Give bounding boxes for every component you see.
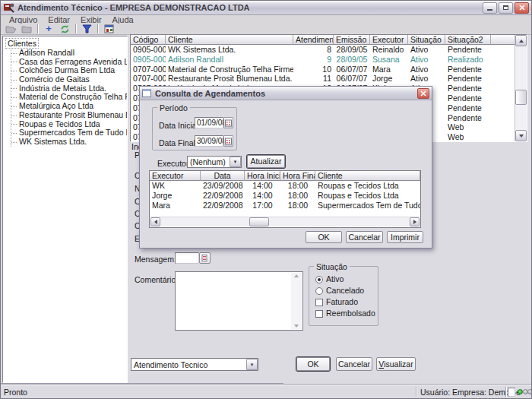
- textarea-scrollbar[interactable]: [291, 273, 302, 329]
- column-header-situacao2[interactable]: Situação2: [445, 35, 491, 45]
- cell-situacao2: Pendente: [445, 113, 491, 123]
- column-header-data[interactable]: Data: [201, 171, 245, 181]
- column-header-codigo[interactable]: Código: [131, 35, 166, 45]
- dialog-title: Consulta de Agendamentos: [155, 89, 417, 98]
- cell-data: 22/09/2008: [201, 201, 245, 211]
- toolbar-separator: [37, 24, 38, 33]
- status-divider: [416, 387, 416, 397]
- data-final-input[interactable]: 30/09/08: [195, 135, 223, 147]
- mensagem-lookup-button[interactable]: [199, 252, 211, 264]
- column-header-executor[interactable]: Executor: [370, 35, 408, 45]
- chevron-down-icon[interactable]: ▼: [246, 359, 258, 370]
- checkbox-faturado[interactable]: Faturado: [315, 297, 378, 309]
- cell-situacao: Ativo: [408, 65, 445, 74]
- tree-item-client[interactable]: Adilson Randall: [11, 49, 127, 58]
- tree-item-client[interactable]: Restaurante Prosit Blumenau Ltda.: [11, 111, 127, 120]
- scroll-right-button[interactable]: [410, 217, 420, 226]
- menu-ajuda[interactable]: Ajuda: [107, 15, 139, 24]
- cancel-button[interactable]: Cancelar: [336, 357, 372, 371]
- open-folder-button[interactable]: [3, 24, 18, 34]
- arrow-down-icon: [519, 135, 524, 138]
- scroll-down-button[interactable]: [515, 130, 527, 141]
- ok-button[interactable]: OK: [296, 357, 330, 371]
- cell-cliente: Adilson Randall: [166, 55, 293, 65]
- table-row[interactable]: 0707-000001 Material de Construção Telha…: [131, 65, 527, 74]
- scrollbar-thumb[interactable]: [515, 90, 527, 105]
- cell-situacao2: Pendente: [445, 84, 491, 93]
- periodo-group-title: Período: [157, 103, 190, 112]
- comentario-textarea[interactable]: [175, 271, 303, 331]
- atualizar-button[interactable]: Atualizar: [247, 155, 285, 168]
- cell-situacao2: Pendente: [445, 93, 491, 103]
- table-vertical-scrollbar[interactable]: [515, 35, 527, 141]
- data-final-label: Data Final:: [159, 138, 198, 147]
- visualizar-button[interactable]: Visualizar: [376, 357, 416, 371]
- column-header-emissao[interactable]: Emissão: [334, 35, 370, 45]
- scroll-left-button[interactable]: [150, 217, 160, 226]
- report-combo[interactable]: Atendimento Tecnico ▼: [131, 358, 258, 371]
- tree-root-clientes[interactable]: Clientes: [5, 38, 39, 49]
- filter-button[interactable]: [79, 24, 94, 34]
- column-header-executor[interactable]: Executor: [150, 171, 201, 181]
- scrollbar-thumb[interactable]: [249, 217, 269, 226]
- cell-codigo: 0707-000002: [131, 74, 166, 84]
- dialog-close-button[interactable]: [417, 88, 429, 99]
- radio-ativo[interactable]: Ativo: [315, 274, 378, 286]
- cell-executor: Jorge: [370, 74, 408, 84]
- dialog-table-row[interactable]: WK 23/09/2008 14:00 18:00 Roupas e Tecid…: [150, 181, 420, 191]
- folder-button[interactable]: [19, 24, 34, 34]
- dialog-print-button[interactable]: Imprimir: [387, 231, 423, 243]
- table-row[interactable]: 0905-000002 Adilson Randall 9 28/09/05 S…: [131, 55, 527, 65]
- restore-icon: [503, 5, 508, 10]
- dialog-ok-button[interactable]: OK: [306, 231, 342, 243]
- table-row[interactable]: 0707-000002 Restaurante Prosit Blumenau …: [131, 74, 527, 84]
- cell-executor: WK: [150, 181, 201, 191]
- dialog-table-row[interactable]: Jorge 22/09/2008 14:00 18:00 Roupas e Te…: [150, 191, 420, 201]
- calendar-icon: [225, 119, 232, 127]
- scroll-up-button[interactable]: [515, 35, 527, 46]
- chevron-down-icon[interactable]: ▼: [230, 157, 241, 167]
- restore-button[interactable]: [499, 2, 513, 14]
- data-final-calendar-button[interactable]: [223, 135, 233, 147]
- radio-cancelado[interactable]: Cancelado: [315, 286, 378, 297]
- cell-atendimento: 8: [293, 45, 334, 55]
- column-header-hora-final[interactable]: Hora Final: [280, 171, 315, 181]
- dialog-title-bar: Consulta de Agendamentos: [140, 87, 432, 100]
- tree-item-client[interactable]: Comércio de Gaitas: [11, 75, 127, 84]
- dialog-table-row[interactable]: Mara 22/09/2008 17:00 18:00 Supermercado…: [150, 201, 420, 211]
- mensagem-input[interactable]: [175, 252, 199, 264]
- dialog-table-horizontal-scrollbar[interactable]: [150, 217, 420, 226]
- refresh-button[interactable]: [57, 24, 72, 34]
- cell-situacao2: Realizado: [445, 55, 491, 65]
- report-button[interactable]: [101, 24, 116, 34]
- arrow-up-icon: [294, 274, 299, 277]
- cell-hora-final: 18:00: [280, 201, 315, 211]
- close-button[interactable]: [515, 2, 529, 14]
- executor-combo[interactable]: (Nenhum) ▼: [187, 156, 242, 168]
- checkbox-reembolsado[interactable]: Reembolsado: [315, 309, 378, 320]
- cell-situacao2: Web: [445, 132, 491, 142]
- cell-atendimento: 9: [293, 55, 334, 65]
- add-button[interactable]: +: [41, 24, 56, 34]
- consulta-agendamentos-dialog: Consulta de Agendamentos Período Data In…: [139, 86, 432, 249]
- column-header-situacao[interactable]: Situação: [408, 35, 445, 45]
- table-row[interactable]: 0905-000001 WK Sistemas Ltda. 8 28/09/05…: [131, 45, 527, 55]
- data-inicial-input[interactable]: 01/09/08: [195, 117, 223, 128]
- tree-item-client[interactable]: WK Sistemas Ltda.: [11, 138, 127, 147]
- cell-situacao: Ativo: [408, 74, 445, 84]
- menu-arquivo[interactable]: Arquivo: [4, 15, 43, 24]
- close-icon: [420, 90, 426, 97]
- column-header-atendimento[interactable]: Atendimento: [293, 35, 334, 45]
- cell-cliente: Restaurante Prosit Blumenau Ltda.: [166, 74, 293, 84]
- minimize-button[interactable]: [483, 2, 497, 14]
- cell-hora-inicial: 17:00: [245, 201, 280, 211]
- menu-exibir[interactable]: Exibir: [75, 15, 107, 24]
- column-header-cliente[interactable]: Cliente: [315, 171, 420, 181]
- cell-data: 22/09/2008: [201, 191, 245, 201]
- column-header-hora-inicial[interactable]: Hora Inicial: [245, 171, 280, 181]
- app-icon: [3, 2, 14, 13]
- data-inicial-calendar-button[interactable]: [223, 117, 233, 128]
- dialog-cancel-button[interactable]: Cancelar: [346, 231, 383, 243]
- cell-hora-final: 18:00: [280, 181, 315, 191]
- column-header-cliente[interactable]: Cliente: [166, 35, 293, 45]
